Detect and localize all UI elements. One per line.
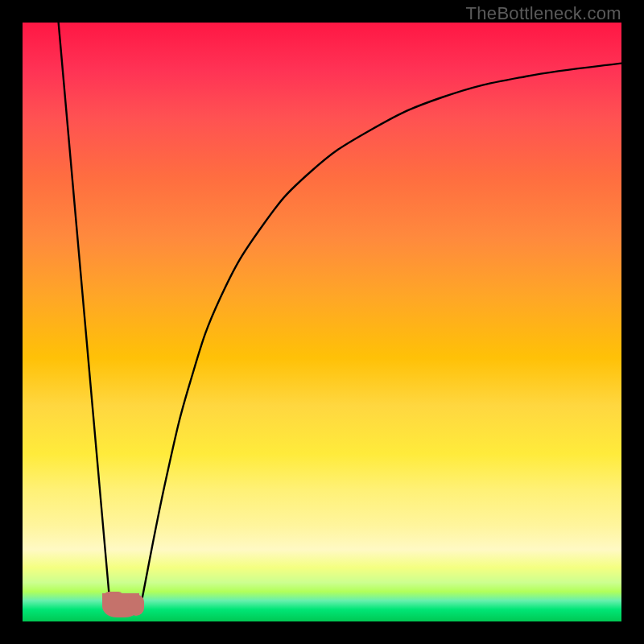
- watermark-text: TheBottleneck.com: [466, 3, 621, 24]
- bottleneck-marker: [102, 593, 139, 617]
- bottleneck-curve: [23, 23, 621, 621]
- chart-plot-area: [23, 23, 621, 621]
